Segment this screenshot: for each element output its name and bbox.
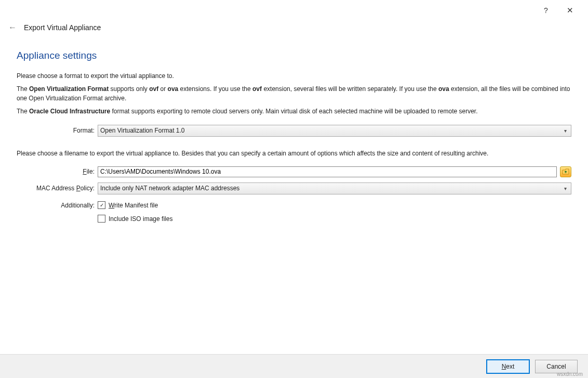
format-value: Open Virtualization Format 1.0 (100, 127, 562, 134)
t: ovf (252, 85, 262, 93)
oci-description: The Oracle Cloud Infrastructure format s… (17, 107, 571, 116)
section-heading: Appliance settings (17, 50, 571, 61)
page-title: Export Virtual Appliance (24, 23, 101, 32)
ovf-description: The Open Virtualization Format supports … (17, 85, 571, 103)
t: ova (438, 85, 449, 93)
t: The (17, 108, 29, 115)
t: supports only (111, 85, 150, 93)
t: or (161, 85, 168, 93)
t: ovf (149, 85, 158, 93)
t: Oracle Cloud Infrastructure (29, 108, 110, 115)
include-iso-checkbox[interactable] (98, 215, 105, 223)
t: extension, several files will be written… (263, 85, 438, 93)
chevron-down-icon: ▾ (562, 128, 569, 134)
footer-bar: Next Cancel (0, 354, 588, 378)
t: format supports exporting to remote clou… (112, 108, 477, 115)
browse-folder-button[interactable] (560, 166, 571, 177)
t: Open Virtualization Format (29, 85, 109, 93)
chevron-down-icon: ▾ (562, 186, 569, 191)
titlebar: ? ✕ (0, 0, 588, 21)
format-row: Format: Open Virtualization Format 1.0 ▾ (17, 125, 571, 137)
format-select[interactable]: Open Virtualization Format 1.0 ▾ (98, 125, 571, 137)
file-row: File: (17, 166, 571, 177)
back-arrow-icon[interactable]: ← (8, 23, 17, 32)
write-manifest-label: Write Manifest file (109, 202, 158, 209)
close-button[interactable]: ✕ (558, 3, 582, 18)
mac-value: Include only NAT network adapter MAC add… (100, 185, 562, 192)
file-label: File: (17, 168, 98, 175)
additionally-label: Additionally: (17, 202, 98, 209)
watermark-text: wsxdn.com (557, 371, 583, 377)
mac-policy-select[interactable]: Include only NAT network adapter MAC add… (98, 183, 571, 194)
help-button[interactable]: ? (534, 3, 558, 18)
content-area: Appliance settings Please choose a forma… (0, 38, 588, 225)
t: ova (168, 85, 179, 93)
file-input[interactable] (98, 166, 557, 177)
mac-label: MAC Address Policy: (17, 185, 98, 192)
additionally-row-1: Additionally: ✓ Write Manifest file (17, 200, 571, 211)
mac-row: MAC Address Policy: Include only NAT net… (17, 183, 571, 194)
wizard-header: ← Export Virtual Appliance (0, 21, 588, 38)
format-label: Format: (17, 127, 98, 134)
write-manifest-checkbox[interactable]: ✓ (98, 201, 105, 209)
t: The (17, 85, 29, 93)
next-button[interactable]: Next (486, 359, 530, 374)
t: extensions. If you use the (180, 85, 252, 93)
file-description: Please choose a filename to export the v… (17, 149, 571, 158)
include-iso-label: Include ISO image files (109, 215, 172, 223)
intro-text: Please choose a format to export the vir… (17, 72, 571, 81)
folder-up-icon (562, 168, 569, 175)
additionally-row-2: Include ISO image files (17, 213, 571, 225)
